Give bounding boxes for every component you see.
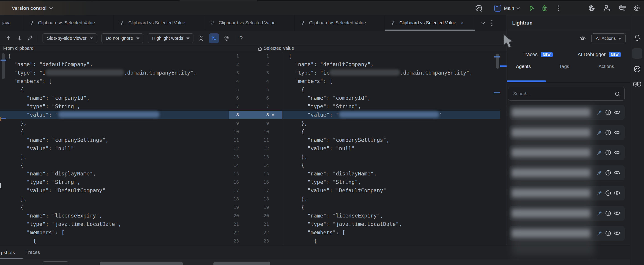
pin-icon[interactable] <box>596 109 602 115</box>
tab-label: Clipboard vs Selected Value <box>219 20 276 25</box>
code-line: "name": "companyId", <box>282 94 506 102</box>
next-difference-button[interactable] <box>16 35 23 41</box>
code-line: "value": "DefaultCompany" <box>282 186 506 195</box>
gutter-line: 33 <box>229 69 282 77</box>
hide-tool-window-button[interactable] <box>620 6 626 8</box>
collapse-unchanged-button[interactable] <box>198 35 204 41</box>
run-configuration-widget[interactable]: Main <box>494 1 520 15</box>
diff-icon <box>119 20 125 26</box>
agent-list-item[interactable] <box>510 206 625 221</box>
eye-icon[interactable] <box>614 109 620 115</box>
info-icon[interactable] <box>605 170 611 176</box>
agent-list-item[interactable] <box>510 186 625 201</box>
sync-scroll-button[interactable] <box>209 33 219 43</box>
code-line: "name": "companyId", <box>0 94 229 102</box>
code-line: "value": "null" <box>282 144 506 153</box>
code-line: { <box>282 52 506 60</box>
viewer-mode-dropdown[interactable]: Side-by-side viewer <box>42 33 97 43</box>
pin-icon[interactable] <box>596 130 602 135</box>
gutter-line: 44 <box>229 77 282 85</box>
redacted-value-blur <box>339 111 439 118</box>
code-line: { <box>0 52 229 60</box>
settings-button[interactable] <box>632 1 641 15</box>
info-icon[interactable] <box>605 190 611 196</box>
partial-outlined-button[interactable] <box>43 261 68 265</box>
pin-icon[interactable] <box>596 190 602 196</box>
more-actions-button[interactable] <box>555 1 562 15</box>
right-scrollbar-thumb[interactable] <box>496 54 499 69</box>
tab-snapshots[interactable]: pshots <box>0 246 15 259</box>
tabs-more-kebab-icon[interactable] <box>491 20 492 21</box>
code-line: "value": "DefaultCompany" <box>0 186 229 195</box>
pin-icon[interactable] <box>596 150 602 155</box>
agent-list-item[interactable] <box>510 145 625 160</box>
add-user-button[interactable] <box>602 1 611 15</box>
pin-icon[interactable] <box>596 170 602 176</box>
run-button[interactable] <box>527 1 536 15</box>
lock-icon <box>258 46 262 51</box>
tab-clipboard-vs-selected-value[interactable]: Clipboard vs Selected Value <box>24 15 114 31</box>
highlight-policy-dropdown[interactable]: Highlight words <box>148 33 194 43</box>
pin-icon[interactable] <box>596 210 602 216</box>
info-icon[interactable] <box>605 210 611 216</box>
info-icon[interactable] <box>605 109 611 115</box>
mouse-cursor <box>502 33 518 50</box>
bug-icon <box>541 4 548 12</box>
tab-traces[interactable]: Traces <box>26 245 40 259</box>
tab-clipboard-vs-selected-value[interactable]: Clipboard vs Selected Value <box>114 15 204 31</box>
eye-icon[interactable] <box>614 210 620 216</box>
redacted-agent-name <box>512 148 590 157</box>
agent-list-item[interactable] <box>510 105 625 120</box>
gutter-line: 22 <box>229 60 282 69</box>
project-widget[interactable]: Version control <box>12 1 52 15</box>
tab-clipboard-vs-selected-value[interactable]: Clipboard vs Selected Value <box>294 15 385 31</box>
tab-clipboard-vs-selected-value[interactable]: Clipboard vs Selected Value <box>204 15 294 31</box>
debug-button[interactable] <box>540 1 549 15</box>
agent-list-item[interactable] <box>510 125 625 140</box>
partial-filled-button[interactable] <box>100 262 183 265</box>
agent-list-item[interactable] <box>510 165 625 180</box>
ai-swirl-button[interactable] <box>587 1 596 15</box>
lightrun-tool-icon[interactable] <box>633 65 641 73</box>
active-bottom-tab-underline <box>0 258 23 259</box>
edit-pencil-icon[interactable] <box>27 35 33 41</box>
notifications-bell-icon[interactable] <box>634 34 641 41</box>
eye-icon[interactable] <box>614 130 620 135</box>
code-line: }, <box>0 153 229 161</box>
gutter-line: 2323 <box>229 237 282 245</box>
search-everywhere-button[interactable] <box>617 1 626 15</box>
diff-icon <box>210 20 216 26</box>
lightrun-logo-button[interactable] <box>474 1 483 15</box>
tab-clipboard-vs-selected-value[interactable]: Clipboard vs Selected Value× <box>385 15 475 31</box>
redacted-value-blur <box>46 69 124 76</box>
partial-filled-button[interactable] <box>214 262 270 265</box>
hidden-tabs-chevron-icon[interactable] <box>482 20 485 24</box>
redacted-agent-name <box>512 189 590 197</box>
diff-editor[interactable]: { "name": "defaultCompany", "type": "i.d… <box>0 52 506 245</box>
right-diff-pane[interactable]: { "name": "defaultCompany", "type": "ic.… <box>282 52 506 245</box>
caret-down-icon <box>90 37 93 39</box>
gutter-line: 1616 <box>229 178 282 186</box>
agent-list-item[interactable] <box>510 226 625 241</box>
info-icon[interactable] <box>605 150 611 156</box>
eye-icon[interactable] <box>614 170 620 176</box>
eye-icon[interactable] <box>614 230 620 236</box>
left-scrollbar-thumb[interactable] <box>2 53 5 79</box>
info-icon[interactable] <box>605 130 611 136</box>
eye-icon[interactable] <box>614 190 620 196</box>
chain-link-icon[interactable] <box>633 81 641 87</box>
pin-icon[interactable] <box>596 230 602 236</box>
prev-difference-button[interactable] <box>6 35 12 41</box>
info-icon[interactable] <box>605 230 611 236</box>
ignore-policy-dropdown[interactable]: Do not ignore <box>102 33 143 43</box>
viewer-mode-label: Side-by-side viewer <box>47 36 87 41</box>
diff-settings-gear-icon[interactable] <box>224 35 230 42</box>
close-icon[interactable]: × <box>461 20 464 26</box>
tab-java-partial[interactable]: java <box>0 15 24 31</box>
gutter-line: 11 <box>229 52 282 60</box>
code-line: { <box>0 203 229 212</box>
gutter-line: 1818 <box>229 195 282 203</box>
left-diff-pane[interactable]: { "name": "defaultCompany", "type": "i.d… <box>0 52 229 245</box>
eye-icon[interactable] <box>614 150 620 155</box>
help-button[interactable]: ? <box>240 35 242 41</box>
